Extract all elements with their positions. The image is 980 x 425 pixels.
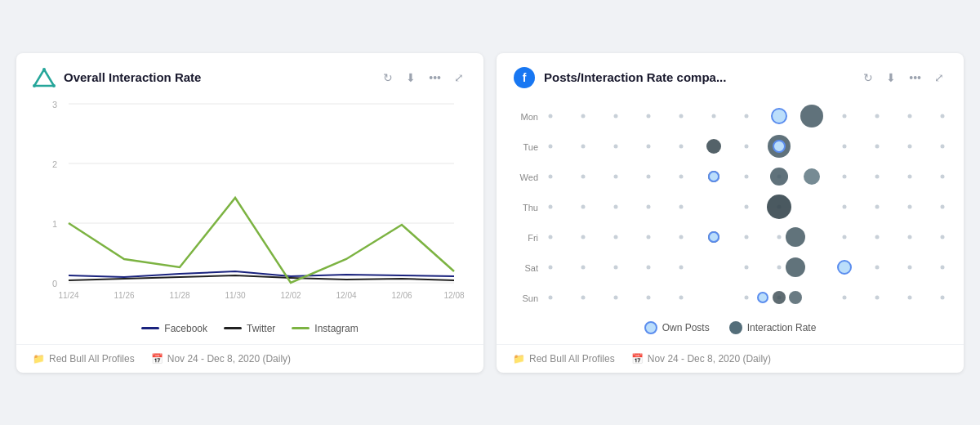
svg-point-73 (908, 174, 912, 178)
svg-point-92 (777, 235, 782, 239)
svg-point-65 (581, 174, 586, 178)
svg-point-113 (745, 295, 749, 299)
svg-text:Mon: Mon (521, 112, 538, 122)
svg-point-103 (777, 265, 782, 269)
refresh-button-left[interactable]: ↻ (380, 69, 396, 86)
svg-point-134 (709, 232, 719, 242)
expand-button-right[interactable]: ⤢ (931, 69, 947, 86)
svg-point-107 (941, 265, 945, 269)
svg-text:2: 2 (52, 159, 57, 169)
left-profile-footer: 📁 Red Bull All Profiles (33, 353, 135, 365)
svg-point-97 (549, 265, 553, 269)
twitter-line-icon (224, 327, 242, 329)
left-date-footer: 📅 Nov 24 - Dec 8, 2020 (Daily) (151, 353, 291, 365)
svg-point-129 (773, 291, 786, 304)
svg-text:0: 0 (52, 279, 57, 289)
legend-interaction-rate: Interaction Rate (729, 321, 817, 334)
svg-point-77 (614, 204, 618, 208)
svg-point-89 (647, 235, 651, 239)
svg-point-95 (908, 235, 912, 239)
interaction-rate-label: Interaction Rate (747, 322, 817, 333)
svg-point-41 (549, 114, 553, 118)
svg-text:11/30: 11/30 (225, 291, 245, 300)
svg-point-119 (800, 105, 823, 128)
svg-point-93 (843, 235, 847, 239)
svg-point-67 (647, 174, 651, 178)
svg-point-133 (709, 172, 719, 181)
svg-point-84 (908, 204, 912, 208)
svg-point-128 (786, 257, 805, 277)
svg-point-131 (772, 109, 786, 123)
download-button-right[interactable]: ⬇ (883, 69, 899, 86)
refresh-button-right[interactable]: ↻ (860, 69, 876, 86)
svg-point-127 (786, 227, 805, 247)
right-card-header: f Posts/Interaction Rate compa... ↻ ⬇ ••… (497, 53, 964, 96)
svg-point-79 (679, 204, 684, 208)
svg-text:12/06: 12/06 (391, 291, 412, 300)
svg-point-109 (581, 295, 586, 299)
svg-point-51 (908, 114, 912, 118)
svg-point-91 (745, 235, 749, 239)
legend-instagram: Instagram (292, 323, 358, 334)
legend-own-posts: Own Posts (644, 321, 710, 334)
svg-point-88 (614, 235, 618, 239)
svg-point-90 (679, 235, 684, 239)
left-date-text: Nov 24 - Dec 8, 2020 (Daily) (167, 353, 291, 365)
more-button-left[interactable]: ••• (425, 69, 444, 86)
legend-facebook: Facebook (141, 323, 207, 334)
svg-point-43 (614, 114, 618, 118)
svg-point-42 (581, 114, 586, 118)
download-button-left[interactable]: ⬇ (403, 69, 419, 86)
svg-point-87 (581, 235, 586, 239)
right-card-footer: 📁 Red Bull All Profiles 📅 Nov 24 - Dec 8… (497, 344, 964, 373)
svg-point-1 (42, 68, 46, 71)
svg-point-132 (773, 141, 785, 152)
line-chart: 3 2 1 0 11/24 11/26 11/28 11/30 12/02 12… (33, 96, 467, 308)
svg-text:1: 1 (52, 219, 57, 229)
svg-point-2 (52, 84, 56, 87)
svg-point-75 (549, 204, 553, 208)
svg-point-115 (843, 295, 847, 299)
svg-point-102 (745, 265, 749, 269)
svg-text:Sun: Sun (522, 293, 538, 303)
more-button-right[interactable]: ••• (906, 69, 924, 86)
svg-point-46 (712, 114, 716, 118)
facebook-line-icon (141, 327, 159, 329)
svg-point-85 (941, 204, 945, 208)
svg-point-136 (758, 293, 768, 302)
own-posts-icon (644, 321, 657, 334)
own-posts-label: Own Posts (662, 322, 710, 333)
expand-button-left[interactable]: ⤢ (451, 69, 467, 86)
svg-text:Tue: Tue (523, 142, 538, 152)
svg-point-130 (789, 291, 802, 304)
right-legend: Own Posts Interaction Rate (497, 315, 964, 344)
svg-point-108 (549, 295, 553, 299)
right-date-footer: 📅 Nov 24 - Dec 8, 2020 (Daily) (631, 353, 771, 365)
svg-point-57 (679, 144, 684, 148)
svg-point-116 (875, 295, 880, 299)
svg-point-61 (875, 144, 880, 148)
svg-point-68 (679, 174, 684, 178)
svg-point-125 (767, 195, 791, 219)
svg-text:Fri: Fri (528, 233, 538, 243)
svg-point-58 (745, 144, 749, 148)
svg-point-56 (647, 144, 651, 148)
svg-text:11/26: 11/26 (114, 291, 134, 300)
left-profile-text: Red Bull All Profiles (49, 353, 135, 365)
svg-point-52 (941, 114, 945, 118)
svg-point-50 (875, 114, 880, 118)
calendar-icon-right: 📅 (631, 353, 644, 365)
right-card-title: Posts/Interaction Rate compa... (544, 70, 852, 84)
facebook-icon: f (513, 66, 536, 89)
svg-point-47 (745, 114, 749, 118)
svg-point-96 (941, 235, 945, 239)
svg-point-112 (679, 295, 684, 299)
instagram-label: Instagram (314, 323, 358, 334)
svg-text:12/08: 12/08 (443, 291, 464, 300)
svg-text:Sat: Sat (524, 263, 538, 273)
left-card-actions: ↻ ⬇ ••• ⤢ (380, 69, 467, 86)
twitter-label: Twitter (247, 323, 275, 334)
svg-text:12/02: 12/02 (280, 291, 301, 300)
svg-point-53 (549, 144, 553, 148)
svg-point-124 (804, 168, 820, 185)
